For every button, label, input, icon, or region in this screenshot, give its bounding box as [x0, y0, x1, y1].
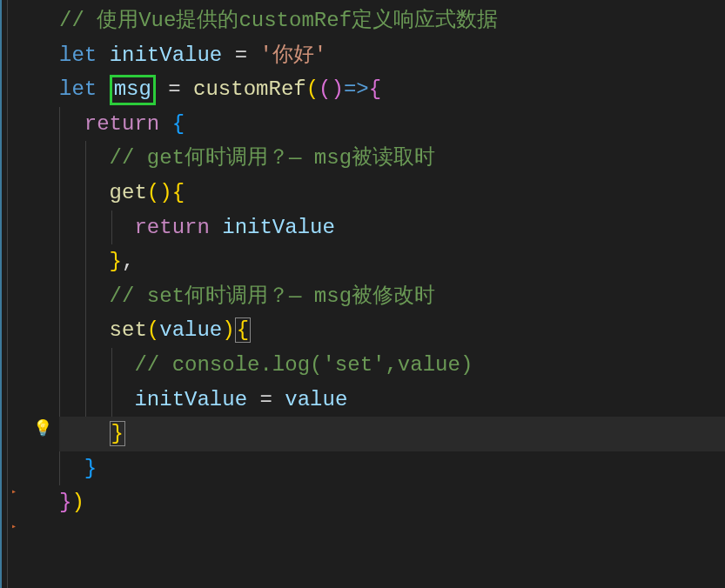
operator: = [222, 43, 259, 67]
bracket: ) [332, 77, 344, 101]
bracket: () [147, 181, 172, 204]
method-name: get [110, 181, 147, 204]
code-line[interactable]: set(value){ [59, 313, 725, 348]
code-line-current[interactable]: } [59, 417, 725, 451]
variable-name: initValue [134, 388, 247, 411]
bracket-matched: { [235, 317, 251, 343]
comment-text: // 使用Vue提供的customRef定义响应式数据 [59, 9, 498, 32]
bracket: ) [71, 491, 84, 514]
bracket: ( [147, 318, 159, 342]
bracket: ( [319, 77, 331, 101]
comment-text: // console.log('set',value) [134, 353, 473, 377]
keyword-return: return [84, 112, 159, 136]
code-line[interactable]: initValue = value [59, 383, 725, 418]
operator: = [156, 77, 193, 101]
code-line[interactable]: let msg = customRef(()=>{ [59, 72, 725, 107]
comma: , [122, 250, 134, 273]
code-editor[interactable]: // 使用Vue提供的customRef定义响应式数据 let initValu… [0, 0, 725, 588]
method-name: set [110, 318, 147, 342]
variable-name: initValue [210, 216, 335, 239]
comment-text: // set何时调用？— msg被修改时 [110, 284, 435, 308]
bracket: } [59, 491, 71, 514]
code-line[interactable]: return initValue [59, 210, 725, 245]
bracket-matched: } [110, 421, 125, 446]
arrow-fn: => [344, 77, 369, 101]
bracket: ( [306, 77, 319, 101]
fold-marker-icon[interactable]: ▸ [11, 520, 17, 535]
keyword-let: let [59, 77, 97, 101]
highlighted-variable: msg [110, 75, 156, 105]
bracket: } [110, 250, 122, 273]
code-line[interactable]: }, [59, 244, 725, 279]
bracket: { [369, 77, 381, 101]
operator: = [247, 388, 285, 411]
code-line[interactable]: get(){ [59, 176, 725, 210]
variable-name: value [285, 388, 347, 411]
function-call: customRef [193, 77, 306, 101]
code-line[interactable]: } [59, 451, 725, 486]
keyword-let: let [59, 43, 97, 67]
parameter-name: value [159, 318, 222, 342]
lightbulb-icon[interactable]: 💡 [33, 417, 52, 443]
code-line[interactable]: return { [59, 107, 725, 142]
editor-gutter [0, 0, 7, 588]
code-line[interactable]: // get何时调用？— msg被读取时 [59, 141, 725, 176]
keyword-return: return [134, 216, 209, 239]
comment-text: // get何时调用？— msg被读取时 [110, 146, 435, 170]
code-line-empty[interactable] [59, 520, 725, 555]
bracket: { [159, 112, 185, 136]
code-line[interactable]: // set何时调用？— msg被修改时 [59, 279, 725, 314]
code-line[interactable]: }) [59, 485, 725, 520]
code-content[interactable]: // 使用Vue提供的customRef定义响应式数据 let initValu… [7, 0, 725, 588]
code-line[interactable]: // console.log('set',value) [59, 348, 725, 383]
bracket: { [172, 181, 185, 204]
code-line[interactable]: // 使用Vue提供的customRef定义响应式数据 [59, 3, 725, 38]
fold-marker-icon[interactable]: ▸ [11, 485, 17, 500]
bracket: ) [222, 318, 234, 342]
string-literal: '你好' [259, 43, 326, 67]
bracket: } [84, 457, 97, 480]
code-line[interactable]: let initValue = '你好' [59, 38, 725, 73]
variable-name: initValue [110, 43, 223, 67]
